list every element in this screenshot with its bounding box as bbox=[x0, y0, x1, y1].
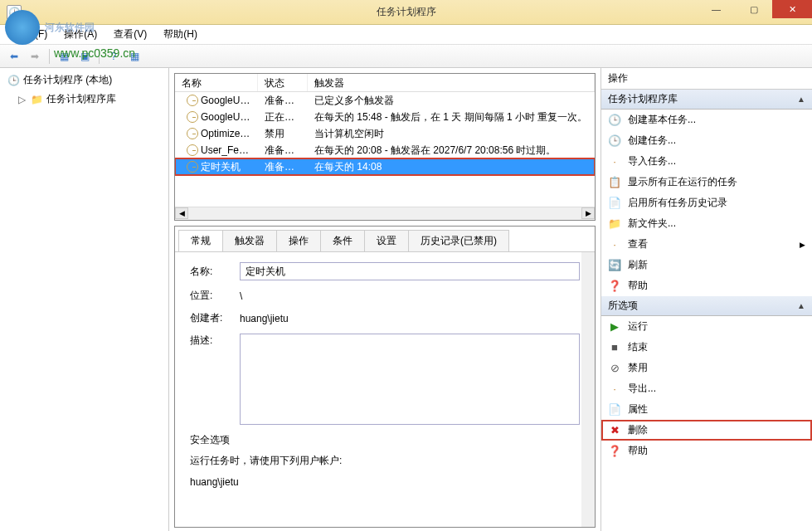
task-name-cell: User_Feed_... bbox=[175, 144, 258, 157]
tool-btn-1[interactable]: ▦ bbox=[55, 47, 73, 66]
clock-icon: 🕒 bbox=[7, 74, 20, 87]
task-status-cell: 准备就绪 bbox=[258, 160, 308, 174]
action-label: 导入任务... bbox=[628, 154, 676, 168]
tab-settings[interactable]: 设置 bbox=[364, 230, 409, 251]
run-user-value: huang\jietu bbox=[190, 476, 580, 488]
action-display[interactable]: 📋显示所有正在运行的任务 bbox=[601, 172, 812, 192]
close-button[interactable]: ✕ bbox=[772, 0, 812, 18]
refresh-icon: 🔄 bbox=[608, 259, 621, 272]
tool-btn-2[interactable]: ▣ bbox=[75, 47, 94, 66]
back-button[interactable]: ⬅ bbox=[5, 47, 23, 66]
menu-help[interactable]: 帮助(H) bbox=[155, 25, 206, 44]
action-label: 禁用 bbox=[628, 361, 648, 375]
minimize-button[interactable]: — bbox=[698, 0, 735, 18]
action-view[interactable]: ·查看▶ bbox=[601, 234, 812, 255]
task-status-cell: 准备就绪 bbox=[258, 144, 308, 158]
delete-icon: ✖ bbox=[608, 424, 621, 437]
col-name-header[interactable]: 名称 bbox=[175, 74, 258, 91]
submenu-arrow-icon: ▶ bbox=[800, 241, 805, 249]
tree-root-label: 任务计划程序 (本地) bbox=[23, 73, 112, 87]
action-disable[interactable]: ⊘禁用 bbox=[601, 358, 812, 378]
task-row[interactable]: 定时关机准备就绪在每天的 14:08 bbox=[175, 158, 595, 175]
name-label: 名称: bbox=[190, 265, 240, 279]
clock-icon: 🕒 bbox=[608, 134, 621, 148]
action-label: 结束 bbox=[628, 340, 648, 354]
menu-file[interactable]: 文件(F) bbox=[7, 25, 56, 44]
name-field[interactable] bbox=[240, 262, 580, 280]
security-label: 安全选项 bbox=[190, 433, 580, 447]
action-help[interactable]: ❓帮助 bbox=[601, 275, 812, 296]
view-icon: · bbox=[608, 238, 621, 251]
horizontal-scrollbar[interactable]: ◀ ▶ bbox=[175, 207, 595, 220]
tree-library[interactable]: ▷ 📁 任务计划程序库 bbox=[15, 90, 165, 108]
task-details: 常规 触发器 操作 条件 设置 历史记录(已禁用) 名称: 位置: \ 创建者: bbox=[174, 226, 596, 528]
action-new-folder[interactable]: 📁新文件夹... bbox=[601, 213, 812, 234]
creator-value: huang\jietu bbox=[240, 313, 289, 324]
task-name-cell: GoogleUp... bbox=[175, 111, 258, 124]
tree-library-label: 任务计划程序库 bbox=[46, 92, 116, 106]
task-row[interactable]: User_Feed_...准备就绪在每天的 20:08 - 触发器在 2027/… bbox=[175, 142, 595, 158]
description-field[interactable] bbox=[240, 334, 580, 425]
tool-btn-4[interactable]: ▦ bbox=[125, 47, 143, 66]
action-label: 运行 bbox=[628, 319, 648, 334]
task-status-cell: 正在运行 bbox=[258, 110, 308, 124]
section-arrow-icon[interactable]: ▲ bbox=[797, 95, 805, 104]
scroll-right-button[interactable]: ▶ bbox=[581, 207, 595, 219]
col-trigger-header[interactable]: 触发器 bbox=[308, 74, 595, 91]
clock-icon bbox=[187, 161, 198, 173]
maximize-button[interactable]: ▢ bbox=[735, 0, 772, 18]
action-label: 帮助 bbox=[628, 279, 648, 293]
action-enable-history[interactable]: 📄启用所有任务历史记录 bbox=[601, 192, 812, 213]
titlebar: 🕒 任务计划程序 — ▢ ✕ bbox=[0, 0, 812, 25]
expand-icon[interactable]: ▷ bbox=[18, 94, 27, 105]
tab-history[interactable]: 历史记录(已禁用) bbox=[408, 230, 509, 251]
task-name-cell: GoogleUp... bbox=[175, 95, 258, 107]
task-row[interactable]: GoogleUp...正在运行在每天的 15:48 - 触发后，在 1 天 期间… bbox=[175, 109, 595, 125]
detail-tabs: 常规 触发器 操作 条件 设置 历史记录(已禁用) bbox=[175, 227, 595, 252]
tab-actions[interactable]: 操作 bbox=[276, 230, 321, 251]
help-button[interactable]: ? bbox=[105, 47, 123, 66]
run-icon: ▶ bbox=[608, 320, 621, 334]
location-value: \ bbox=[240, 290, 242, 302]
action-label: 导出... bbox=[628, 382, 656, 396]
action-end[interactable]: ■结束 bbox=[601, 337, 812, 358]
tab-general[interactable]: 常规 bbox=[178, 230, 223, 251]
action-help[interactable]: ❓帮助 bbox=[601, 441, 812, 461]
run-user-label: 运行任务时，请使用下列用户帐户: bbox=[190, 454, 342, 468]
task-row[interactable]: GoogleUp...准备就绪已定义多个触发器 bbox=[175, 92, 595, 109]
action-export[interactable]: ·导出... bbox=[601, 378, 812, 399]
action-label: 属性 bbox=[628, 402, 648, 417]
clock-icon bbox=[187, 95, 198, 106]
action-import[interactable]: ·导入任务... bbox=[601, 151, 812, 172]
action-properties[interactable]: 📄属性 bbox=[601, 399, 812, 420]
export-icon: · bbox=[608, 382, 621, 396]
action-clock[interactable]: 🕒创建基本任务... bbox=[601, 110, 812, 130]
action-run[interactable]: ▶运行 bbox=[601, 316, 812, 337]
task-trigger-cell: 已定义多个触发器 bbox=[308, 94, 595, 108]
clock-icon bbox=[187, 144, 198, 156]
clock-icon bbox=[187, 128, 198, 139]
action-refresh[interactable]: 🔄刷新 bbox=[601, 255, 812, 275]
actions-section-selected: 所选项 ▲ bbox=[601, 296, 812, 316]
action-label: 帮助 bbox=[628, 444, 648, 458]
tree-root[interactable]: 🕒 任务计划程序 (本地) bbox=[3, 71, 165, 89]
task-status-cell: 禁用 bbox=[258, 127, 308, 141]
action-delete[interactable]: ✖删除 bbox=[601, 420, 812, 441]
section-arrow-icon[interactable]: ▲ bbox=[797, 301, 805, 310]
end-icon: ■ bbox=[608, 341, 621, 354]
task-row[interactable]: Optimize St...禁用当计算机空闲时 bbox=[175, 125, 595, 142]
col-status-header[interactable]: 状态 bbox=[258, 74, 308, 91]
disable-icon: ⊘ bbox=[608, 362, 621, 375]
scroll-left-button[interactable]: ◀ bbox=[175, 207, 188, 219]
forward-button[interactable]: ➡ bbox=[26, 47, 44, 66]
action-clock[interactable]: 🕒创建任务... bbox=[601, 130, 812, 151]
app-icon: 🕒 bbox=[7, 5, 22, 20]
tab-conditions[interactable]: 条件 bbox=[320, 230, 365, 251]
vertical-scrollbar[interactable] bbox=[581, 252, 595, 527]
tab-triggers[interactable]: 触发器 bbox=[222, 230, 277, 251]
navigation-tree: 🕒 任务计划程序 (本地) ▷ 📁 任务计划程序库 bbox=[0, 68, 169, 531]
task-name-cell: 定时关机 bbox=[175, 160, 258, 174]
menu-view[interactable]: 查看(V) bbox=[105, 25, 155, 44]
action-label: 刷新 bbox=[628, 258, 648, 272]
menu-action[interactable]: 操作(A) bbox=[56, 25, 105, 44]
